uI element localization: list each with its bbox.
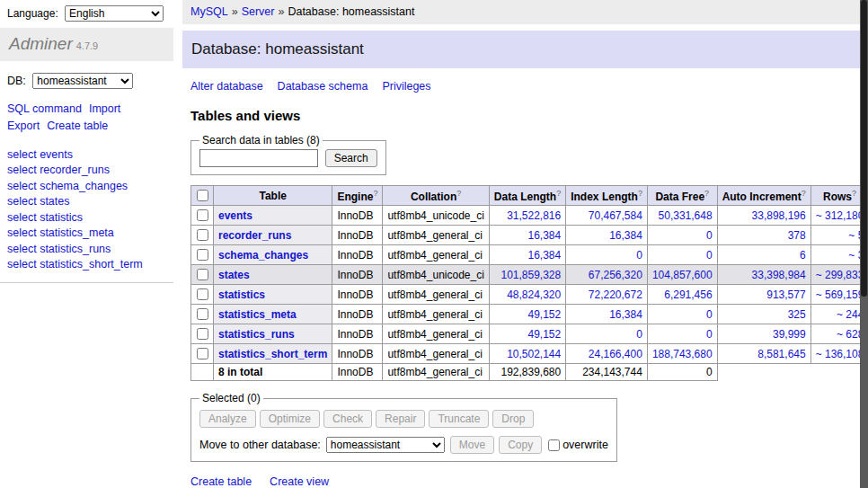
- link-0[interactable]: 0: [706, 308, 713, 321]
- link-70-467-584[interactable]: 70,467,584: [589, 209, 642, 222]
- help-icon[interactable]: ?: [556, 189, 561, 198]
- data-free-cell: 0: [647, 226, 717, 245]
- move-db-select[interactable]: homeassistant: [326, 437, 445, 453]
- link-recorder-runs[interactable]: recorder_runs: [218, 229, 291, 242]
- language-select[interactable]: English: [65, 5, 164, 22]
- db-select[interactable]: homeassistant: [32, 73, 133, 89]
- select-all-checkbox[interactable]: [197, 190, 208, 201]
- link-72-220-672[interactable]: 72,220,672: [589, 288, 642, 301]
- repair-button[interactable]: Repair: [376, 410, 425, 428]
- copy-button[interactable]: Copy: [499, 436, 542, 454]
- link-create-view[interactable]: Create view: [270, 475, 329, 488]
- link-67-256-320[interactable]: 67,256,320: [589, 269, 642, 281]
- app-name[interactable]: Adminer: [9, 34, 73, 53]
- link-913-577[interactable]: 913,577: [766, 288, 805, 301]
- help-icon[interactable]: ?: [456, 189, 461, 198]
- link-alter-database[interactable]: Alter database: [190, 80, 263, 93]
- link-16-384[interactable]: 16,384: [609, 308, 642, 321]
- search-button[interactable]: Search: [325, 149, 377, 167]
- drop-button[interactable]: Drop: [492, 410, 534, 428]
- search-input[interactable]: [199, 149, 318, 167]
- link-select-recorder-runs[interactable]: select recorder_runs: [7, 163, 166, 179]
- link--136-108[interactable]: ~ 136,108: [816, 348, 864, 360]
- link-31-522-816[interactable]: 31,522,816: [507, 209, 561, 222]
- page-scrollbar[interactable]: [860, 0, 868, 488]
- link-16-384[interactable]: 16,384: [528, 229, 562, 242]
- row-checkbox[interactable]: [197, 348, 208, 359]
- link-statistics-short-term[interactable]: statistics_short_term: [218, 348, 327, 360]
- link-select-events[interactable]: select events: [7, 147, 166, 164]
- breadcrumb-server-link[interactable]: Server: [242, 5, 275, 18]
- link-49-152[interactable]: 49,152: [528, 308, 562, 321]
- help-icon[interactable]: ?: [852, 189, 856, 198]
- link-import[interactable]: Import: [89, 102, 120, 115]
- help-icon[interactable]: ?: [704, 189, 709, 198]
- analyze-button[interactable]: Analyze: [199, 410, 256, 428]
- optimize-button[interactable]: Optimize: [260, 410, 320, 428]
- row-checkbox[interactable]: [197, 308, 208, 320]
- link-50-331-648[interactable]: 50,331,648: [659, 209, 713, 222]
- link-statistics[interactable]: statistics: [218, 288, 265, 301]
- link-16-384[interactable]: 16,384: [528, 249, 562, 262]
- link-select-statistics-short-term[interactable]: select statistics_short_term: [7, 257, 166, 273]
- link--312-180[interactable]: ~ 312,180: [816, 209, 864, 222]
- select-all-cell: [191, 186, 214, 206]
- link-48-824-320[interactable]: 48,824,320: [507, 288, 561, 301]
- row-checkbox[interactable]: [197, 328, 208, 340]
- link-104-857-600[interactable]: 104,857,600: [652, 269, 713, 281]
- link-10-502-144[interactable]: 10,502,144: [507, 348, 561, 360]
- link-0[interactable]: 0: [636, 328, 642, 341]
- link-33-398-984[interactable]: 33,398,984: [752, 269, 806, 281]
- link-6[interactable]: 6: [800, 249, 806, 262]
- link-33-898-196[interactable]: 33,898,196: [752, 209, 806, 222]
- link-statistics-meta[interactable]: statistics_meta: [218, 308, 297, 321]
- link-sql-command[interactable]: SQL command: [7, 102, 82, 115]
- link-select-statistics-runs[interactable]: select statistics_runs: [7, 242, 166, 258]
- link-statistics-runs[interactable]: statistics_runs: [218, 328, 295, 341]
- link-8-581-645[interactable]: 8,581,645: [757, 348, 805, 360]
- link-39-999[interactable]: 39,999: [773, 328, 806, 341]
- link-events[interactable]: events: [218, 209, 252, 222]
- link-select-statistics-meta[interactable]: select statistics_meta: [7, 226, 166, 242]
- totals-empty-cell: [191, 364, 214, 381]
- row-checkbox[interactable]: [197, 288, 208, 300]
- link-create-table[interactable]: Create table: [47, 120, 108, 132]
- help-icon[interactable]: ?: [638, 189, 642, 198]
- link-create-table[interactable]: Create table: [190, 475, 252, 488]
- link-schema-changes[interactable]: schema_changes: [218, 249, 308, 262]
- link-16-384[interactable]: 16,384: [609, 229, 642, 242]
- breadcrumb-mysql-link[interactable]: MySQL: [190, 5, 228, 18]
- link-24-166-400[interactable]: 24,166,400: [589, 348, 642, 360]
- link-101-859-328[interactable]: 101,859,328: [500, 269, 561, 281]
- link-select-schema-changes[interactable]: select schema_changes: [7, 179, 166, 195]
- overwrite-checkbox[interactable]: [548, 439, 560, 451]
- row-checkbox[interactable]: [197, 209, 208, 221]
- help-icon[interactable]: ?: [373, 189, 377, 198]
- truncate-button[interactable]: Truncate: [429, 410, 489, 428]
- link-0[interactable]: 0: [636, 249, 642, 262]
- row-checkbox[interactable]: [197, 229, 208, 241]
- link-6-291-456[interactable]: 6,291,456: [664, 288, 712, 301]
- link-privileges[interactable]: Privileges: [382, 80, 430, 93]
- link--299-833[interactable]: ~ 299,833: [816, 269, 864, 281]
- link-select-states[interactable]: select states: [7, 194, 166, 210]
- link-states[interactable]: states: [218, 269, 250, 281]
- link-0[interactable]: 0: [706, 328, 713, 341]
- move-button[interactable]: Move: [450, 436, 494, 454]
- table-row: statistics_metaInnoDButf8mb4_general_ci4…: [191, 305, 868, 324]
- link-188-743-680[interactable]: 188,743,680: [652, 348, 713, 360]
- link-database-schema[interactable]: Database schema: [278, 80, 368, 93]
- link-49-152[interactable]: 49,152: [528, 328, 562, 341]
- row-checkbox[interactable]: [197, 269, 208, 280]
- scrollbar-thumb[interactable]: [861, 0, 867, 297]
- link-325[interactable]: 325: [788, 308, 806, 321]
- check-button[interactable]: Check: [323, 410, 372, 428]
- link-0[interactable]: 0: [706, 249, 713, 262]
- row-checkbox[interactable]: [197, 249, 208, 261]
- link-0[interactable]: 0: [706, 229, 713, 242]
- help-icon[interactable]: ?: [802, 189, 806, 198]
- link--569-159[interactable]: ~ 569,159: [816, 288, 864, 301]
- link-export[interactable]: Export: [7, 120, 40, 132]
- link-select-statistics[interactable]: select statistics: [7, 210, 166, 226]
- link-378[interactable]: 378: [788, 229, 806, 242]
